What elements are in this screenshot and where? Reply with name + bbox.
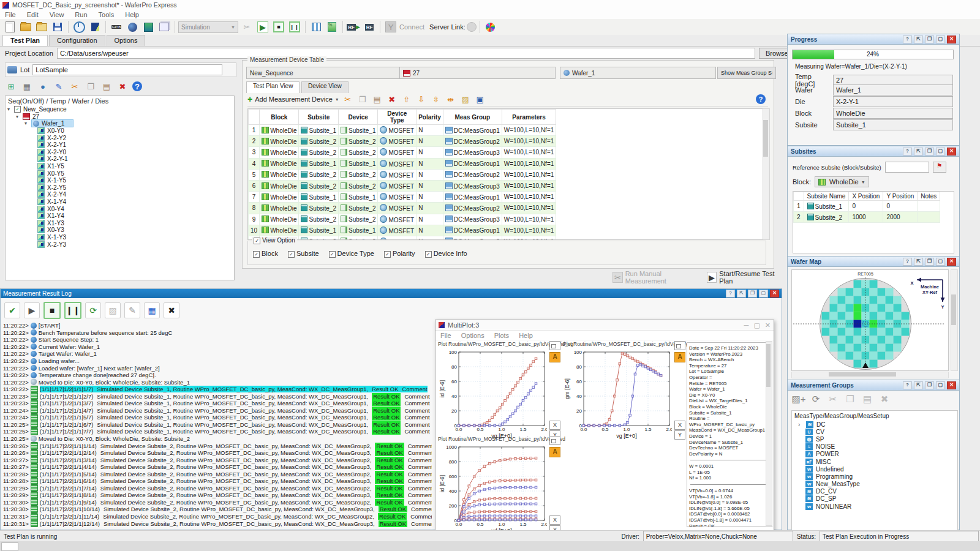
help-icon[interactable]: ? — [756, 94, 766, 104]
log-entry[interactable]: 11:20:26>(1/1|1/17|2/2|1/1|1/14)Simulate… — [3, 442, 432, 449]
meas-type-dc_sp[interactable]: ≋DC_SP — [794, 495, 955, 503]
plot-canvas[interactable]: 0.00.51.01.52.002004006008001000vd [E+0]… — [438, 444, 547, 535]
meas-type-noise[interactable]: ≈NOISE — [794, 443, 955, 451]
wafer-map-canvas[interactable]: RET005XYMachineXY-Ref — [791, 269, 949, 371]
plot-y-button[interactable]: Y — [674, 430, 685, 440]
twist-icon[interactable]: ▾ — [23, 121, 29, 126]
cut-icon[interactable]: ✂ — [342, 93, 354, 105]
minimize-icon[interactable]: ─ — [744, 321, 749, 329]
log-entry[interactable]: 11:20:22>Target Wafer: Wafer_1 — [3, 350, 432, 358]
move-down-icon[interactable]: ⇩ — [415, 93, 428, 105]
die-cell[interactable] — [886, 336, 894, 344]
multiplot-titlebar[interactable]: MultiPlot:3 ─ ▢ ✕ — [435, 320, 774, 331]
die-cell[interactable] — [878, 312, 886, 320]
refresh-icon[interactable]: ⟳ — [810, 393, 822, 405]
report-icon[interactable] — [157, 20, 172, 34]
die-cell[interactable] — [894, 328, 902, 336]
die-cell[interactable] — [870, 336, 878, 344]
clear-icon[interactable]: ✖ — [164, 302, 179, 318]
meas-type-dc_cv[interactable]: ≋DC_CV — [794, 488, 955, 495]
meas-type-power[interactable]: ΛPOWER — [794, 451, 955, 458]
probe-disabled-icon[interactable]: ✂ — [239, 20, 254, 34]
help-icon[interactable]: ? — [726, 290, 735, 298]
maximize-icon[interactable]: ▢ — [753, 321, 760, 329]
start-resume-test-plan-button[interactable]: ▶ Start/Resume Test Plan — [707, 270, 784, 285]
refresh-icon[interactable]: ⟳ — [85, 302, 101, 318]
log-entry[interactable]: 11:20:25>(1/1|1/17|1/2|1/1|7/7)Simulated… — [3, 428, 432, 435]
die-cell[interactable] — [830, 296, 838, 304]
device-table-scrollbar[interactable] — [763, 108, 770, 240]
rf-run-icon[interactable]: RF▶ — [346, 20, 361, 34]
menu-view[interactable]: View — [50, 11, 64, 18]
help-icon[interactable]: ? — [132, 81, 142, 91]
tree-item-die[interactable]: X-2-Y3 — [6, 241, 234, 248]
die-cell[interactable] — [886, 304, 894, 312]
die-cell[interactable] — [838, 304, 846, 312]
view-check-device-info[interactable]: ✓Device Info — [425, 250, 467, 258]
log-entry[interactable]: 11:20:22>Bench Temperature before sequen… — [3, 329, 432, 337]
die-cell[interactable] — [894, 296, 902, 304]
die-cell[interactable] — [838, 288, 846, 296]
network-icon[interactable] — [125, 20, 140, 34]
die-cell[interactable] — [878, 288, 886, 296]
log-entry[interactable]: 11:20:24>(1/1|1/17|1/2|1/1|4/7)Simulated… — [3, 407, 432, 414]
edit-icon[interactable]: ✎ — [53, 80, 65, 92]
device-row[interactable]: 7WholeDieSubsite_1Subsite_1MOSFETNDC:Mea… — [249, 192, 556, 203]
die-cell[interactable] — [870, 288, 878, 296]
log-entry[interactable]: 11:20:24>(1/1|1/17|1/2|1/1|5/7)Simulated… — [3, 414, 432, 421]
die-cell[interactable] — [854, 296, 862, 304]
subsite-row[interactable]: 2Subsite_210002000 — [794, 212, 940, 223]
import-icon[interactable] — [34, 20, 49, 34]
delete-icon[interactable]: ✖ — [386, 93, 398, 105]
log-entry[interactable]: 11:20:28>(1/1|1/17|2/2|1/1|6/14)Simulate… — [3, 478, 432, 485]
die-cell[interactable] — [846, 352, 854, 360]
stop-icon[interactable]: ■ — [271, 20, 286, 34]
device-row[interactable]: 10WholeDieSubsite_1Subsite_1MOSFETNDC:Me… — [249, 225, 556, 236]
die-cell[interactable] — [886, 288, 894, 296]
die-cell[interactable] — [830, 344, 838, 352]
meas-type-new_meastype[interactable]: wNew_MeasType — [794, 481, 955, 488]
plot-autoscale-button[interactable]: A — [674, 352, 685, 362]
tree-item-die[interactable]: X0-Y5 — [6, 170, 234, 177]
log-entry[interactable]: 11:20:31>(1/1|1/17|2/2|1/1|11/14)Simulat… — [3, 513, 432, 520]
paste-icon[interactable]: ▤ — [100, 80, 113, 92]
die-cell[interactable] — [830, 336, 838, 344]
tree-item-die[interactable]: X1-Y5 — [6, 163, 234, 170]
menu-file[interactable]: File — [5, 11, 16, 18]
add-measurement-device-button[interactable]: +Add Measurement Device▼ — [247, 94, 339, 104]
die-cell[interactable] — [854, 288, 862, 296]
dock-icon[interactable]: ⇱ — [737, 290, 746, 298]
tab-test-plan-view[interactable]: Test Plan View — [246, 81, 300, 93]
meas-type-cv[interactable]: ∪CV — [794, 428, 955, 435]
rf-stop-icon[interactable]: RF — [362, 20, 377, 34]
die-cell[interactable] — [870, 312, 878, 320]
die-cell[interactable] — [854, 344, 862, 352]
die-cell[interactable] — [846, 304, 854, 312]
tree-item-die[interactable]: X-2-Y0 — [6, 149, 234, 156]
log-entry[interactable]: 11:20:22>Moved to Die: X0-Y0, Block: Who… — [3, 378, 432, 386]
die-cell[interactable] — [886, 352, 894, 360]
plot-autoscale-button[interactable]: A — [549, 352, 560, 362]
die-cell[interactable] — [838, 336, 846, 344]
log-entry[interactable]: 11:20:22>Loaded wafer: [Wafer_1] Next wa… — [3, 364, 432, 372]
die-cell[interactable] — [870, 352, 878, 360]
tree-item-die[interactable]: X-2-Y-1 — [6, 156, 234, 163]
temperature-header-box[interactable]: 27 — [399, 67, 556, 79]
device-row[interactable]: 1WholeDieSubsite_1Subsite_1MOSFETNDC:Mea… — [249, 125, 556, 136]
die-cell[interactable] — [878, 296, 886, 304]
meas-type-misc[interactable]: ʀꜰMISC — [794, 458, 955, 465]
die-cell[interactable] — [870, 328, 878, 336]
tree-item-die[interactable]: X-2-Y5 — [6, 184, 234, 192]
delete-icon[interactable]: ✖ — [116, 80, 129, 92]
tab-configuration[interactable]: Configuration — [49, 35, 105, 46]
multiplot-menu-options[interactable]: Options — [461, 332, 484, 339]
log-entry[interactable]: 11:20:29>(1/1|1/17|2/2|1/1|7/14)Simulate… — [3, 485, 432, 492]
add-wafer-icon[interactable]: ● — [37, 80, 49, 92]
close-icon[interactable]: ✕ — [770, 290, 779, 298]
die-cell[interactable] — [902, 320, 910, 328]
die-cell[interactable] — [846, 312, 854, 320]
die-cell[interactable] — [830, 328, 838, 336]
save-icon[interactable] — [50, 20, 65, 34]
die-cell[interactable] — [838, 352, 846, 360]
die-cell[interactable] — [902, 328, 910, 336]
